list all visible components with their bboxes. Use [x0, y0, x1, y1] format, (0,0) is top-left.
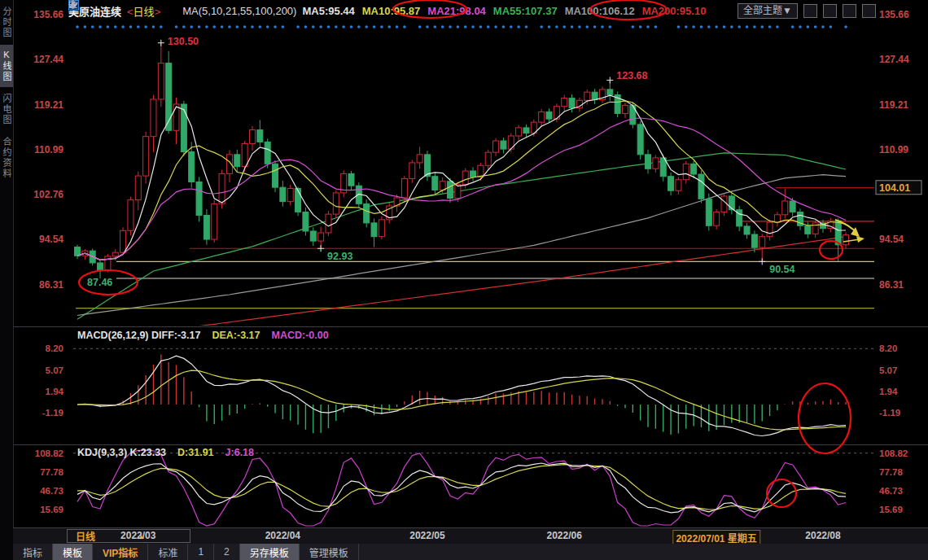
event-dot: [426, 25, 429, 28]
event-dot: [84, 25, 87, 28]
toolbar-item-另存模板[interactable]: 另存模板: [240, 544, 300, 560]
toolbar-item-指标[interactable]: 指标: [13, 544, 53, 560]
candle-body: [714, 212, 720, 225]
candle-body: [364, 203, 370, 223]
kdj-axis-label: 15.69: [879, 505, 903, 514]
candle-body: [401, 178, 407, 198]
left-axis-label: 94.54: [39, 234, 63, 245]
macd-header-part: DEA:-3.17: [212, 330, 260, 341]
event-dot: [152, 25, 155, 28]
candle-body: [637, 125, 643, 155]
candle-body: [295, 189, 301, 212]
event-dot: [190, 25, 193, 28]
event-dot: [235, 25, 239, 28]
left-sidebar: 分时图K线图闪电图合约资料: [0, 0, 14, 560]
event-dot: [266, 25, 269, 28]
ma-value: MA200:95.10: [642, 5, 707, 17]
event-dot: [654, 25, 658, 28]
event-dot: [540, 25, 543, 28]
ma-value: MA55:107.37: [493, 5, 558, 17]
event-dot: [418, 25, 422, 28]
event-dot: [380, 25, 383, 28]
chart-canvas[interactable]: 130.50123.6892.9390.5487.46135.66127.441…: [0, 0, 928, 560]
candle-body: [706, 199, 711, 225]
ma-value: MA100:106.12: [565, 5, 635, 17]
event-dot: [91, 25, 94, 28]
candle-body: [242, 143, 247, 166]
sidebar-tab-K线图[interactable]: K线图: [0, 45, 13, 87]
kdj-header-part: D:31.91: [177, 447, 213, 458]
candle-body: [493, 141, 499, 152]
extreme-price-label: 87.46: [87, 277, 112, 288]
date-tick: 2022/03: [120, 530, 155, 541]
candle-body: [143, 137, 149, 176]
macd-diff-line: [77, 356, 846, 435]
right-axis-label: 94.54: [879, 234, 904, 245]
event-dot: [403, 25, 406, 28]
event-dot: [639, 25, 642, 28]
event-dot: [730, 25, 733, 28]
event-dot: [760, 25, 764, 28]
app-window: 130.50123.6892.9390.5487.46135.66127.441…: [0, 0, 928, 560]
candle-body: [835, 221, 841, 245]
candle-body: [698, 174, 704, 199]
toolbar-item-VIP指标[interactable]: VIP指标: [93, 544, 148, 560]
event-dot: [205, 25, 208, 28]
candle-body: [204, 215, 209, 239]
candle-body: [440, 182, 445, 190]
sidebar-tab-闪电图[interactable]: 闪电图: [0, 89, 13, 130]
event-dot: [562, 25, 566, 28]
candle-body: [668, 177, 674, 190]
toolbar-item-1[interactable]: 1: [188, 544, 214, 560]
ma-value: MA21:98.04: [427, 5, 486, 17]
expand-bars-icon[interactable]: [843, 4, 856, 18]
toolbar-item-2[interactable]: 2: [214, 544, 240, 560]
page-forward-icon[interactable]: [862, 4, 876, 18]
candle-body: [751, 234, 757, 247]
toolbar-item-管理模板[interactable]: 管理模板: [300, 544, 359, 560]
event-dot: [387, 25, 391, 28]
event-dot: [548, 25, 551, 28]
macd-axis-label: 5.07: [879, 365, 897, 375]
event-dot: [312, 25, 315, 28]
fit-chart-icon[interactable]: [803, 4, 817, 18]
candle-body: [448, 182, 453, 199]
event-dot: [601, 25, 604, 28]
kdj-axis-label: 15.69: [40, 505, 63, 514]
event-dot: [578, 25, 581, 28]
theme-dropdown-button[interactable]: 全部主题▼: [738, 3, 798, 19]
event-dot: [502, 25, 506, 28]
candle-body: [562, 98, 567, 107]
macd-axis-label: 8.20: [46, 343, 63, 353]
candle-body: [371, 223, 377, 237]
candle-body: [676, 180, 681, 190]
event-dot: [738, 25, 741, 28]
candle-body: [432, 177, 438, 190]
event-dot: [830, 25, 833, 28]
toolbar-item-标准[interactable]: 标准: [148, 544, 188, 560]
event-dot: [350, 25, 353, 28]
ma-values: MA5:95.44MA10:95.87MA21:98.04MA55:107.37…: [302, 5, 713, 17]
event-dot: [212, 25, 216, 28]
candle-body: [158, 63, 164, 99]
event-dot: [198, 25, 201, 28]
candle-body: [546, 112, 552, 119]
candle-body: [151, 99, 156, 137]
event-dot: [296, 25, 300, 28]
left-axis-label: 86.31: [39, 279, 63, 291]
event-dot: [441, 25, 444, 28]
candle-body: [767, 222, 773, 236]
right-axis-label: 135.66: [879, 9, 909, 20]
ma-value: MA10:95.87: [362, 5, 421, 17]
extreme-price-label: 130.50: [168, 36, 199, 47]
sidebar-tab-分时图[interactable]: 分时图: [0, 2, 13, 43]
toolbar-item-模板[interactable]: 模板: [53, 544, 93, 560]
candle-body: [721, 196, 727, 212]
sidebar-tab-合约资料[interactable]: 合约资料: [0, 132, 13, 184]
event-dot: [107, 25, 110, 28]
candle-body: [189, 151, 195, 182]
event-dot: [585, 25, 589, 28]
date-tick: 2022/08: [805, 530, 840, 541]
candle-body: [729, 196, 734, 210]
shrink-bars-icon[interactable]: [823, 4, 837, 18]
